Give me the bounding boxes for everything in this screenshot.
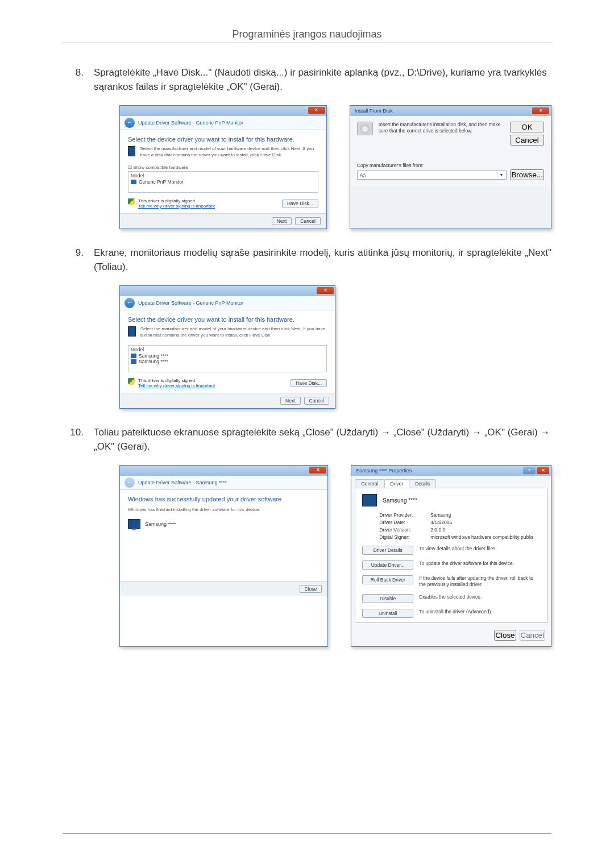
kv-value: 4/14/2005 [430, 520, 452, 525]
update-driver-desc: To update the driver software for this d… [419, 560, 514, 567]
kv-value: Samsung [430, 512, 451, 518]
wizard-desc: Select the manufacturer and model of you… [140, 326, 327, 338]
list-item[interactable]: Generic PnP Monitor [131, 179, 316, 185]
uninstall-desc: To uninstall the driver (Advanced). [419, 609, 492, 615]
wizard-desc: Select the manufacturer and model of you… [140, 146, 318, 158]
wizard-breadcrumb: Update Driver Software - Generic PnP Mon… [138, 300, 243, 306]
step-8: 8. Spragtelėkite „Have Disk..." (Naudoti… [63, 66, 551, 94]
monitor-small-icon [131, 359, 136, 364]
signing-link[interactable]: Tell me why driver signing is important [138, 383, 215, 388]
driver-details-button[interactable]: Driver Details [362, 546, 413, 555]
monitor-small-icon [131, 180, 136, 184]
wizard-titlebar: ✕ [120, 106, 326, 116]
kv-label: Driver Provider: [379, 512, 430, 518]
success-sub: Windows has finished installing the driv… [128, 507, 320, 513]
tab-details[interactable]: Details [409, 479, 436, 488]
props-title: Samsung **** Properties [356, 468, 412, 474]
list-header: Model [131, 173, 316, 178]
monitor-icon [128, 519, 140, 529]
roll-back-driver-button[interactable]: Roll Back Driver [362, 575, 413, 584]
have-disk-button[interactable]: Have Disk... [291, 379, 327, 387]
kv-label: Driver Date: [379, 520, 430, 525]
step-10: 10. Toliau pateiktuose ekranuose spragte… [63, 426, 551, 454]
step-9-text: Ekrane, monitoriaus modelių sąraše pasir… [94, 246, 551, 274]
shield-icon [128, 378, 135, 385]
combo-value: A:\ [360, 172, 366, 178]
copy-from-combo[interactable]: A:\ ▼ [357, 171, 507, 180]
tab-general[interactable]: General [355, 479, 384, 488]
monitor-icon [128, 146, 135, 156]
step-10-number: 10. [63, 426, 94, 454]
driver-details-desc: To view details about the driver files. [419, 546, 497, 552]
next-button[interactable]: Next [280, 397, 300, 405]
copy-from-label: Copy manufacturer's files from: [357, 163, 544, 168]
cancel-button[interactable]: Cancel [510, 135, 544, 146]
have-disk-button[interactable]: Have Disk... [282, 200, 318, 207]
help-icon[interactable]: ? [523, 467, 536, 474]
close-button[interactable]: Close [494, 630, 516, 641]
close-icon[interactable]: ✕ [308, 107, 325, 114]
close-icon[interactable]: ✕ [532, 107, 549, 114]
close-icon[interactable]: ✕ [317, 287, 334, 294]
chevron-down-icon[interactable]: ▼ [497, 172, 505, 178]
kv-value: 2.0.0.0 [430, 527, 445, 533]
header-rule [63, 43, 551, 43]
list-header: Model [131, 347, 324, 352]
show-compatible-checkbox[interactable]: ☑ Show compatible hardware [128, 165, 318, 170]
wizard-titlebar: ✕ [120, 286, 335, 296]
device-properties-dialog: Samsung **** Properties ? ✕ General Driv… [351, 465, 551, 646]
disable-button[interactable]: Disable [362, 594, 413, 603]
shield-icon [128, 198, 135, 205]
uninstall-button[interactable]: Uninstall [362, 609, 413, 618]
disable-desc: Disables the selected device. [419, 594, 482, 600]
monitor-small-icon [131, 354, 136, 358]
device-name: Samsung **** [145, 521, 176, 527]
model-listbox[interactable]: Model Generic PnP Monitor [128, 171, 318, 193]
wizard-heading: Select the device driver you want to ins… [128, 316, 327, 323]
close-button[interactable]: Close [300, 585, 322, 593]
tab-driver[interactable]: Driver [384, 479, 410, 488]
cancel-button[interactable]: Cancel [295, 217, 320, 225]
kv-label: Digital Signer: [379, 534, 430, 540]
install-from-disk-dialog: Install From Disk ✕ Insert the manufactu… [350, 105, 551, 229]
kv-value: microsoft windows hardware compatibility… [430, 534, 533, 540]
next-button[interactable]: Next [272, 217, 292, 225]
wizard-breadcrumb: Update Driver Software - Samsung **** [138, 480, 227, 485]
footer-rule [63, 833, 551, 834]
wizard-heading: Select the device driver you want to ins… [128, 136, 318, 143]
ifd-instruction: Insert the manufacturer's installation d… [379, 122, 504, 134]
update-driver-wizard-step9: ✕ ← Update Driver Software - Generic PnP… [119, 285, 335, 409]
roll-back-driver-desc: If the device fails after updating the d… [419, 575, 540, 588]
monitor-icon [362, 494, 377, 506]
update-driver-button[interactable]: Update Driver... [362, 560, 413, 570]
model-listbox[interactable]: Model Samsung **** Samsung **** [128, 345, 327, 372]
monitor-icon [128, 326, 136, 337]
back-icon[interactable]: ← [125, 298, 135, 308]
cancel-button[interactable]: Cancel [304, 397, 329, 405]
ok-button[interactable]: OK [510, 122, 544, 132]
step-9-number: 9. [63, 246, 94, 274]
device-name: Samsung **** [383, 497, 417, 504]
kv-label: Driver Version: [379, 527, 430, 533]
update-driver-wizard-step8: ✕ ← Update Driver Software - Generic PnP… [119, 105, 327, 229]
list-item[interactable]: Samsung **** [131, 353, 324, 359]
signing-link[interactable]: Tell me why driver signing is important [138, 203, 215, 209]
signed-text: This driver is digitally signed. [138, 378, 215, 383]
success-heading: Windows has successfully updated your dr… [128, 496, 320, 502]
update-driver-success-dialog: ✕ ← Update Driver Software - Samsung ***… [119, 465, 328, 646]
step-10-text: Toliau pateiktuose ekranuose spragtelėki… [94, 426, 551, 454]
wizard-titlebar: ✕ [120, 466, 327, 476]
ifd-title: Install From Disk [355, 108, 393, 114]
back-icon[interactable]: ← [125, 118, 135, 128]
step-9: 9. Ekrane, monitoriaus modelių sąraše pa… [63, 246, 551, 274]
browse-button[interactable]: Browse... [510, 169, 544, 180]
page-title: Programinės įrangos naudojimas [63, 28, 551, 40]
disk-icon [357, 122, 373, 135]
list-item[interactable]: Samsung **** [131, 359, 324, 364]
close-icon[interactable]: ✕ [309, 467, 326, 474]
close-icon[interactable]: ✕ [537, 467, 549, 474]
cancel-button: Cancel [520, 630, 546, 641]
signed-text: This driver is digitally signed. [138, 198, 215, 203]
back-icon: ← [125, 477, 135, 488]
wizard-breadcrumb: Update Driver Software - Generic PnP Mon… [138, 120, 243, 126]
